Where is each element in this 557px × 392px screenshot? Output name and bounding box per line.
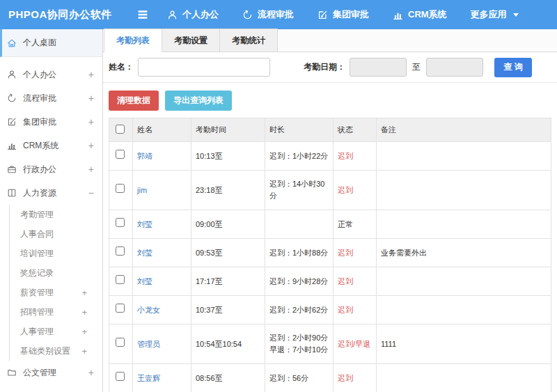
employee-name-link[interactable]: 郭靖	[137, 152, 152, 160]
date-to-input[interactable]	[426, 58, 483, 77]
query-button[interactable]: 查 询	[494, 58, 532, 77]
sidebar-item[interactable]: 行政办公+	[0, 157, 102, 181]
sidebar-item[interactable]: 集团审批+	[0, 110, 102, 134]
date-from-input[interactable]	[350, 58, 407, 77]
tab-attendance-list[interactable]: 考勤列表	[104, 29, 162, 52]
select-all-cell	[109, 118, 133, 142]
employee-name-link[interactable]: 刘莹	[137, 220, 152, 228]
nav-item[interactable]: 集团审批	[317, 8, 369, 21]
sidebar-sub-item[interactable]: 人事合同	[10, 224, 102, 244]
expand-plus-icon[interactable]: +	[81, 288, 87, 298]
workflow-icon	[242, 10, 253, 20]
expand-plus-icon[interactable]: +	[88, 116, 94, 127]
row-checkbox[interactable]	[116, 304, 125, 313]
expand-plus-icon[interactable]: +	[88, 164, 94, 175]
workflow-icon	[7, 93, 17, 103]
cell-time: 23:18至	[191, 171, 265, 210]
sidebar-item[interactable]: 用车管理+	[0, 384, 102, 392]
nav-item-label: 更多应用	[471, 8, 507, 21]
table-row: 刘莹09:00至正常	[109, 210, 551, 239]
cell-status: 迟到	[334, 296, 377, 324]
row-checkbox[interactable]	[116, 338, 125, 347]
col-header-status: 状态	[334, 118, 377, 142]
row-checkbox[interactable]	[116, 275, 125, 284]
cell-name: 郭靖	[133, 142, 191, 171]
cell-status: 迟到	[334, 142, 377, 171]
nav-item[interactable]: 流程审批	[242, 8, 294, 21]
employee-name-link[interactable]: 刘莹	[137, 277, 152, 285]
sidebar-item[interactable]: 流程审批+	[0, 86, 102, 110]
cell-time: 17:17至	[191, 267, 265, 296]
export-list-button[interactable]: 导出查询列表	[165, 91, 232, 111]
nav-item[interactable]: CRM系统	[393, 8, 447, 21]
duration-line: 迟到：2小时90分	[269, 332, 329, 344]
table-header-row: 姓名 考勤时间 时长 状态 备注	[109, 118, 551, 142]
status-badge: 迟到	[338, 374, 353, 382]
table-row: 小龙女10:37至迟到：2小时62分迟到	[109, 296, 551, 324]
expand-plus-icon[interactable]: +	[88, 140, 94, 151]
cell-remark: 业务需要外出	[377, 239, 551, 267]
hamburger-menu-icon[interactable]	[136, 8, 155, 21]
sidebar: 个人桌面个人办公+流程审批+集团审批+CRM系统+行政办公+人力资源−考勤管理人…	[0, 29, 103, 392]
cell-duration	[265, 210, 334, 239]
expand-plus-icon[interactable]: +	[81, 327, 87, 337]
sidebar-sub-item[interactable]: 考勤管理	[10, 205, 102, 224]
row-checkbox[interactable]	[116, 372, 125, 381]
cell-status: 迟到/早退	[334, 324, 377, 364]
sidebar-sub-item[interactable]: 培训管理	[10, 244, 102, 263]
sidebar-item[interactable]: 人力资源−	[0, 181, 102, 205]
tab-attendance-settings[interactable]: 考勤设置	[162, 29, 220, 52]
expand-plus-icon[interactable]: +	[88, 93, 94, 104]
top-nav: 个人办公流程审批集团审批CRM系统更多应用	[167, 8, 519, 21]
cell-time: 09:53至	[191, 239, 265, 267]
app-title: PHPOA协同办公软件	[0, 8, 136, 22]
name-input[interactable]	[138, 58, 270, 77]
employee-name-link[interactable]: jim	[137, 186, 147, 194]
collapse-minus-icon[interactable]: −	[88, 187, 94, 198]
nav-item[interactable]: 个人办公	[167, 8, 219, 21]
expand-plus-icon[interactable]: +	[81, 307, 87, 317]
sidebar-sub-item[interactable]: 人事管理+	[10, 322, 102, 341]
sidebar-sub-item[interactable]: 奖惩记录	[10, 263, 102, 283]
employee-name-link[interactable]: 王壹辉	[137, 374, 160, 382]
expand-plus-icon[interactable]: +	[88, 69, 94, 80]
sidebar-item[interactable]: 公文管理+	[0, 361, 102, 384]
edit-icon	[317, 10, 328, 20]
select-all-checkbox[interactable]	[116, 125, 125, 134]
row-checkbox[interactable]	[116, 246, 125, 256]
col-header-time: 考勤时间	[191, 118, 265, 142]
sidebar-sub-item-label: 招聘管理	[20, 306, 81, 318]
row-checkbox[interactable]	[116, 218, 125, 227]
expand-plus-icon[interactable]: +	[81, 346, 87, 356]
row-checkbox[interactable]	[116, 184, 125, 193]
tab-bar: 考勤列表 考勤设置 考勤统计	[103, 29, 557, 52]
table-row: jim23:18至迟到：14小时30分迟到	[109, 171, 551, 210]
caret-down-icon	[513, 13, 519, 17]
sidebar-sub-item[interactable]: 基础类别设置+	[10, 341, 102, 361]
clean-data-button[interactable]: 清理数据	[109, 91, 159, 111]
cell-duration: 迟到：1小时88分	[265, 239, 334, 267]
sidebar-item[interactable]: 个人桌面	[0, 29, 102, 57]
tab-attendance-stats[interactable]: 考勤统计	[219, 29, 278, 52]
row-checkbox[interactable]	[116, 150, 125, 159]
duration-line: 迟到：14小时30分	[269, 178, 329, 202]
sidebar-item[interactable]: 个人办公+	[0, 63, 102, 86]
cell-duration: 迟到：56分	[265, 364, 334, 392]
sidebar-sub-item[interactable]: 招聘管理+	[10, 302, 102, 322]
sidebar-item[interactable]: CRM系统+	[0, 134, 102, 157]
expand-plus-icon[interactable]: +	[88, 367, 94, 378]
cell-remark	[377, 267, 551, 296]
status-badge: 迟到	[338, 306, 353, 314]
edit-icon	[7, 117, 17, 127]
employee-name-link[interactable]: 小龙女	[137, 306, 160, 314]
cell-name: 刘莹	[133, 239, 191, 267]
nav-item[interactable]: 更多应用	[471, 8, 519, 21]
employee-name-link[interactable]: 管理员	[137, 340, 160, 348]
cell-name: jim	[133, 171, 191, 210]
employee-name-link[interactable]: 刘莹	[137, 249, 152, 257]
cell-name: 小龙女	[133, 296, 191, 324]
sidebar-sub-item[interactable]: 薪资管理+	[10, 283, 102, 302]
row-checkbox-cell	[109, 267, 133, 296]
col-header-duration: 时长	[265, 118, 334, 142]
status-badge: 迟到	[338, 186, 353, 194]
